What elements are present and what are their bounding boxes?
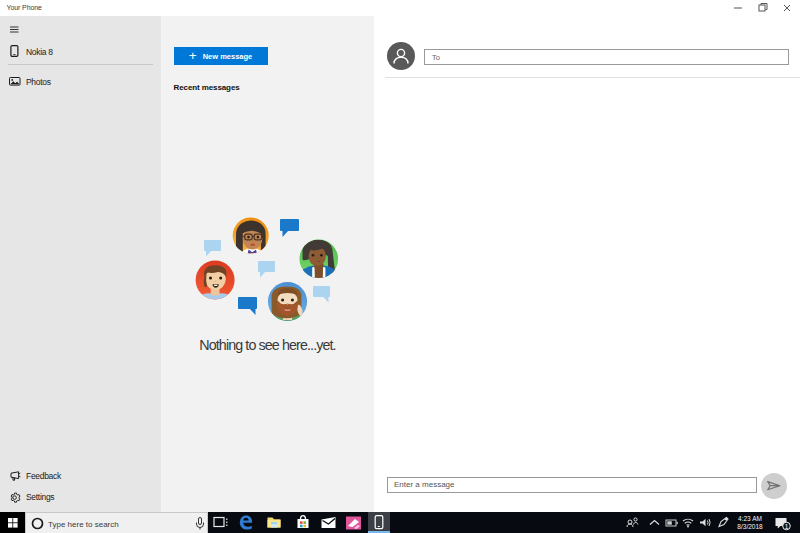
svg-text:1: 1: [785, 523, 789, 530]
